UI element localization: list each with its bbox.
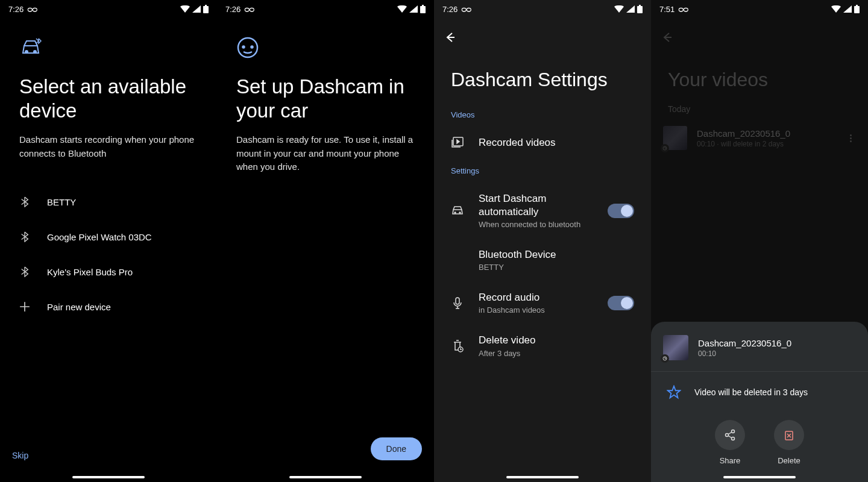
bt-device-sub: BETTY bbox=[479, 263, 634, 272]
record-audio-row[interactable]: Record audio in Dashcam videos bbox=[434, 281, 651, 324]
device-item-pixel-watch[interactable]: Google Pixel Watch 03DC bbox=[0, 219, 217, 254]
svg-rect-5 bbox=[422, 5, 424, 6]
device-name: BETTY bbox=[47, 197, 76, 207]
sheet-video-name: Dashcam_20230516_0 bbox=[698, 338, 791, 348]
status-time: 7:26 bbox=[8, 5, 24, 14]
delete-video-sub: After 3 days bbox=[479, 349, 634, 358]
pair-new-device[interactable]: Pair new device bbox=[0, 289, 217, 324]
mic-icon bbox=[451, 296, 464, 310]
spacer-icon bbox=[451, 254, 464, 267]
bt-device-label: Bluetooth Device bbox=[479, 248, 634, 261]
video-meta: 00:10 · will delete in 2 days bbox=[697, 140, 835, 148]
nav-pill[interactable] bbox=[723, 476, 796, 478]
device-item-betty[interactable]: BETTY bbox=[0, 184, 217, 219]
recorded-videos-row[interactable]: Recorded videos bbox=[434, 127, 651, 159]
device-name: Google Pixel Watch 03DC bbox=[47, 232, 152, 242]
status-time: 7:51 bbox=[659, 5, 675, 14]
pair-new-label: Pair new device bbox=[47, 302, 111, 312]
skip-button[interactable]: Skip bbox=[12, 451, 28, 460]
delete-label: Delete bbox=[778, 456, 800, 465]
share-icon bbox=[715, 420, 745, 450]
done-button[interactable]: Done bbox=[371, 437, 422, 460]
svg-rect-1 bbox=[205, 5, 207, 6]
svg-point-6 bbox=[238, 38, 257, 57]
page-title: Select an available device bbox=[19, 75, 198, 122]
wifi-icon bbox=[831, 5, 841, 13]
share-label: Share bbox=[720, 456, 741, 465]
section-videos-header: Videos bbox=[434, 103, 651, 127]
status-bar: 7:26 ᴑᴑ bbox=[217, 0, 434, 18]
today-label: Today bbox=[651, 99, 868, 119]
star-icon bbox=[667, 385, 681, 399]
status-bar: 7:51 ᴑᴑ bbox=[651, 0, 868, 18]
signal-icon bbox=[626, 5, 635, 13]
section-settings-header: Settings bbox=[434, 159, 651, 183]
svg-point-13 bbox=[459, 212, 461, 213]
signal-icon bbox=[843, 5, 852, 13]
back-button[interactable] bbox=[434, 24, 651, 51]
voicemail-icon: ᴑᴑ bbox=[244, 4, 254, 14]
plus-icon bbox=[19, 301, 30, 312]
battery-icon bbox=[854, 5, 860, 13]
nav-pill[interactable] bbox=[289, 476, 362, 478]
arrow-back-icon bbox=[661, 31, 673, 43]
device-list: BETTY Google Pixel Watch 03DC Kyle's Pix… bbox=[0, 184, 217, 324]
delete-button[interactable]: Delete bbox=[774, 420, 804, 465]
battery-icon bbox=[420, 5, 426, 13]
svg-rect-10 bbox=[639, 5, 641, 6]
video-action-sheet: Dashcam_20230516_0 00:10 Video will be d… bbox=[651, 322, 868, 482]
share-button[interactable]: Share bbox=[715, 420, 745, 465]
more-options-button[interactable] bbox=[845, 133, 856, 143]
videos-icon bbox=[451, 136, 464, 149]
delete-video-row[interactable]: Delete video After 3 days bbox=[434, 324, 651, 367]
dimmed-background: Your videos Today Dashcam_20230516_0 00:… bbox=[651, 24, 868, 157]
delete-video-label: Delete video bbox=[479, 334, 634, 347]
wifi-icon bbox=[180, 5, 190, 13]
battery-icon bbox=[203, 5, 209, 13]
video-thumbnail bbox=[663, 126, 687, 150]
screen-your-videos: 7:51 ᴑᴑ Your videos Today Dashcam_202305… bbox=[651, 0, 868, 482]
record-audio-toggle[interactable] bbox=[608, 296, 634, 310]
page-title: Your videos bbox=[651, 51, 868, 99]
video-name: Dashcam_20230516_0 bbox=[697, 128, 835, 139]
signal-icon bbox=[192, 5, 201, 13]
status-icons bbox=[397, 5, 426, 13]
car-icon bbox=[451, 204, 464, 218]
status-icons bbox=[614, 5, 643, 13]
deletion-notice: Video will be deleted in 3 days bbox=[663, 383, 856, 409]
timer-badge-icon bbox=[661, 144, 669, 152]
nav-pill[interactable] bbox=[72, 476, 145, 478]
status-time: 7:26 bbox=[225, 5, 241, 14]
device-item-pixel-buds[interactable]: Kyle's Pixel Buds Pro bbox=[0, 254, 217, 289]
sheet-duration: 00:10 bbox=[698, 349, 791, 358]
page-title: Dashcam Settings bbox=[434, 51, 651, 103]
svg-rect-9 bbox=[637, 6, 643, 13]
bluetooth-icon bbox=[19, 231, 30, 242]
sheet-thumbnail bbox=[663, 335, 688, 360]
sheet-header: Dashcam_20230516_0 00:10 bbox=[663, 335, 856, 360]
back-button[interactable] bbox=[651, 24, 868, 51]
svg-point-22 bbox=[732, 437, 735, 440]
status-bar: 7:26 ᴑᴑ bbox=[434, 0, 651, 18]
auto-start-toggle[interactable] bbox=[608, 204, 634, 218]
device-name: Kyle's Pixel Buds Pro bbox=[47, 267, 133, 277]
auto-start-sub: When connected to bluetooth bbox=[479, 220, 593, 229]
voicemail-icon: ᴑᴑ bbox=[461, 4, 471, 14]
svg-rect-14 bbox=[456, 298, 459, 304]
bluetooth-device-row[interactable]: Bluetooth Device BETTY bbox=[434, 239, 651, 281]
svg-point-7 bbox=[243, 46, 245, 48]
divider bbox=[651, 371, 868, 372]
arrow-back-icon bbox=[444, 31, 456, 43]
screen-select-device: 7:26 ᴑᴑ Select an available device Dashc… bbox=[0, 0, 217, 482]
recorded-videos-label: Recorded videos bbox=[479, 136, 634, 149]
video-list-item[interactable]: Dashcam_20230516_0 00:10 · will delete i… bbox=[651, 119, 868, 157]
speedometer-icon bbox=[236, 36, 260, 60]
page-subtitle: Dashcam starts recording when your phone… bbox=[19, 133, 198, 160]
status-time: 7:26 bbox=[442, 5, 458, 14]
screen-setup-done: 7:26 ᴑᴑ Set up Dashcam in your car Dashc… bbox=[217, 0, 434, 482]
svg-point-12 bbox=[454, 212, 456, 213]
bluetooth-icon bbox=[19, 196, 30, 207]
auto-start-row[interactable]: Start Dashcam automatically When connect… bbox=[434, 183, 651, 239]
nav-pill[interactable] bbox=[506, 476, 579, 478]
screen-settings: 7:26 ᴑᴑ Dashcam Settings Videos Recorded… bbox=[434, 0, 651, 482]
